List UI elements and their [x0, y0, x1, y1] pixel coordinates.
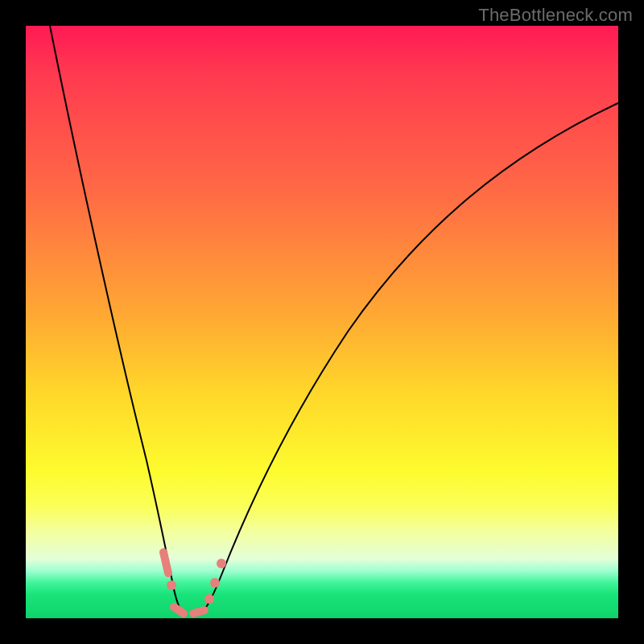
valley-marker-right-3	[217, 559, 226, 568]
right-curve	[199, 103, 618, 615]
left-curve	[50, 26, 185, 615]
valley-marker-bottom-left	[174, 607, 184, 613]
watermark-text: TheBottleneck.com	[478, 5, 633, 26]
valley-marker-bottom-right	[193, 610, 204, 613]
valley-marker-right-1	[204, 594, 214, 604]
valley-marker-left-dot	[167, 580, 176, 590]
chart-frame: TheBottleneck.com	[0, 0, 644, 644]
valley-marker-right-2	[210, 578, 220, 588]
valley-marker-left-upper	[163, 552, 168, 573]
plot-area	[26, 26, 618, 618]
curves-svg	[26, 26, 618, 618]
